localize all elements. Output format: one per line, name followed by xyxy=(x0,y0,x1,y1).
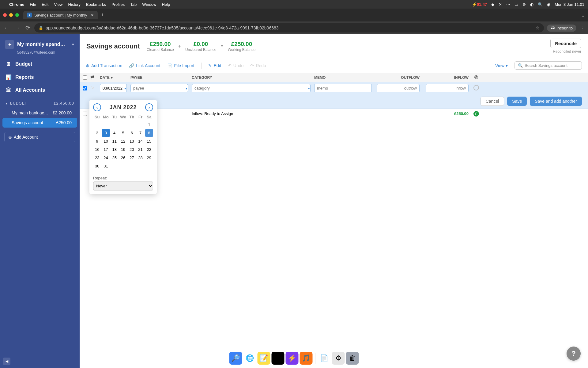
calendar-day[interactable]: 23 xyxy=(93,154,101,162)
view-dropdown[interactable]: View ▾ xyxy=(495,63,508,68)
prev-month-button[interactable]: ‹ xyxy=(93,103,101,111)
window-maximize-button[interactable] xyxy=(15,13,19,17)
calendar-day[interactable]: 11 xyxy=(111,137,119,145)
flag-header-icon[interactable]: 🏴 xyxy=(90,75,98,80)
window-minimize-button[interactable] xyxy=(9,13,13,17)
column-outflow[interactable]: OUTFLOW xyxy=(374,75,423,80)
row-checkbox[interactable] xyxy=(83,112,87,116)
nav-reports[interactable]: 📊 Reports xyxy=(0,71,80,84)
collapse-sidebar-button[interactable]: ◀ xyxy=(3,358,10,365)
nav-all-accounts[interactable]: 🏛 All Accounts xyxy=(0,84,80,97)
menubar-app-name[interactable]: Chrome xyxy=(9,2,24,7)
select-all-checkbox[interactable] xyxy=(83,75,87,80)
repeat-select[interactable]: Never xyxy=(93,182,153,190)
calendar-day[interactable]: 19 xyxy=(119,146,127,153)
control-center-icon[interactable]: ◐ xyxy=(530,2,533,7)
address-bar[interactable]: 🔒 app.youneedabudget.com/3a8bbdae-d62a-4… xyxy=(34,23,544,33)
calendar-day[interactable]: 28 xyxy=(136,154,144,162)
inflow-input[interactable] xyxy=(426,84,469,92)
battery-icon[interactable]: ▭ xyxy=(514,2,518,7)
dock-terminal[interactable]: ⌨ xyxy=(272,352,285,365)
menubar-file[interactable]: File xyxy=(30,2,36,7)
dock-app2[interactable]: 🎵 xyxy=(300,352,313,365)
calendar-day[interactable]: 14 xyxy=(136,137,144,145)
calendar-day[interactable]: 17 xyxy=(102,146,110,153)
calendar-day[interactable]: 30 xyxy=(93,162,101,170)
dock-trash[interactable]: 🗑 xyxy=(346,352,359,365)
cleared-toggle[interactable] xyxy=(473,85,479,90)
dock-settings[interactable]: ⚙ xyxy=(332,352,345,365)
menubar-help[interactable]: Help xyxy=(162,2,170,7)
reload-button[interactable]: ⟳ xyxy=(24,25,31,31)
link-account-button[interactable]: 🔗 Link Account xyxy=(129,63,160,68)
save-button[interactable]: Save xyxy=(507,97,527,106)
calendar-day[interactable]: 5 xyxy=(119,129,127,137)
date-input[interactable] xyxy=(100,84,127,92)
calendar-day[interactable]: 4 xyxy=(111,129,119,137)
spotlight-icon[interactable]: 🔍 xyxy=(538,2,543,7)
menubar-profiles[interactable]: Profiles xyxy=(111,2,125,7)
dock-app[interactable]: ⚡ xyxy=(286,352,299,365)
cancel-button[interactable]: Cancel xyxy=(481,97,504,106)
calendar-day[interactable]: 3 xyxy=(102,129,110,137)
cleared-badge-icon[interactable]: C xyxy=(473,111,479,117)
payee-input[interactable] xyxy=(130,84,188,92)
calendar-day[interactable]: 16 xyxy=(93,146,101,153)
browser-menu-button[interactable]: ⋮ xyxy=(579,25,585,31)
calendar-day[interactable]: 15 xyxy=(145,137,153,145)
sidebar-section-budget[interactable]: ▾ BUDGET £2,450.00 xyxy=(0,97,80,108)
tool-icon[interactable]: ✕ xyxy=(499,2,502,7)
calendar-day[interactable]: 8 xyxy=(145,129,153,137)
column-cleared-icon[interactable]: ⓒ xyxy=(472,75,481,80)
dock-finder[interactable]: 🔎 xyxy=(229,352,242,365)
dock-file[interactable]: 📄 xyxy=(318,352,331,365)
menubar-history[interactable]: History xyxy=(68,2,80,7)
calendar-day[interactable]: 2 xyxy=(93,129,101,137)
calendar-day[interactable]: 6 xyxy=(128,129,136,137)
menu-icon[interactable]: ⋯ xyxy=(506,2,510,7)
column-payee[interactable]: PAYEE xyxy=(129,75,190,80)
calendar-day[interactable]: 12 xyxy=(119,137,127,145)
column-inflow[interactable]: INFLOW xyxy=(423,75,472,80)
calendar-day[interactable]: 26 xyxy=(119,154,127,162)
save-and-add-button[interactable]: Save and add another xyxy=(530,97,582,106)
calendar-day[interactable]: 1 xyxy=(145,121,153,128)
calendar-day[interactable]: 25 xyxy=(111,154,119,162)
wifi-icon[interactable]: ⊚ xyxy=(522,2,526,7)
siri-icon[interactable]: ◉ xyxy=(547,2,550,7)
row-checkbox[interactable] xyxy=(83,86,87,90)
column-date[interactable]: DATE ▾ xyxy=(98,75,129,80)
calendar-day[interactable]: 9 xyxy=(93,137,101,145)
new-tab-button[interactable]: + xyxy=(101,12,104,18)
calendar-day[interactable]: 29 xyxy=(145,154,153,162)
incognito-badge[interactable]: 🕶 Incognito xyxy=(547,25,576,32)
edit-button[interactable]: ✎ Edit xyxy=(208,63,221,68)
file-import-button[interactable]: 📄 File Import xyxy=(167,63,194,68)
battery-status[interactable]: ⚡01:47 xyxy=(472,2,487,7)
calendar-day[interactable]: 21 xyxy=(136,146,144,153)
reconcile-button[interactable]: Reconcile xyxy=(550,39,581,48)
flag-icon[interactable]: 🏳 xyxy=(90,86,95,91)
add-account-button[interactable]: ⊕ Add Account xyxy=(4,132,75,142)
menubar-view[interactable]: View xyxy=(54,2,62,7)
help-button[interactable]: ? xyxy=(567,347,581,361)
search-transactions-input[interactable]: 🔍 Search Savings account xyxy=(514,61,582,70)
calendar-day[interactable]: 31 xyxy=(102,162,110,170)
account-row-savings[interactable]: Savings account £250.00 xyxy=(2,118,77,128)
calendar-day[interactable]: 20 xyxy=(128,146,136,153)
lock-icon[interactable]: 🔒 xyxy=(39,26,43,30)
browser-tab[interactable]: ✦ Savings account | My monthly ✕ xyxy=(23,11,98,19)
calendar-day[interactable]: 10 xyxy=(102,137,110,145)
calendar-day[interactable]: 7 xyxy=(136,129,144,137)
window-close-button[interactable] xyxy=(3,13,7,17)
bookmark-star-icon[interactable]: ☆ xyxy=(536,25,540,30)
column-memo[interactable]: MEMO xyxy=(312,75,374,80)
column-category[interactable]: CATEGORY xyxy=(190,75,312,80)
tab-list-button[interactable]: ⌄ xyxy=(581,12,585,18)
calendar-day[interactable]: 13 xyxy=(128,137,136,145)
calendar-day[interactable]: 18 xyxy=(111,146,119,153)
tab-close-icon[interactable]: ✕ xyxy=(91,13,94,17)
nav-budget[interactable]: 🗓 Budget xyxy=(0,58,80,71)
menubar-edit[interactable]: Edit xyxy=(42,2,48,7)
next-month-button[interactable]: › xyxy=(145,103,153,111)
